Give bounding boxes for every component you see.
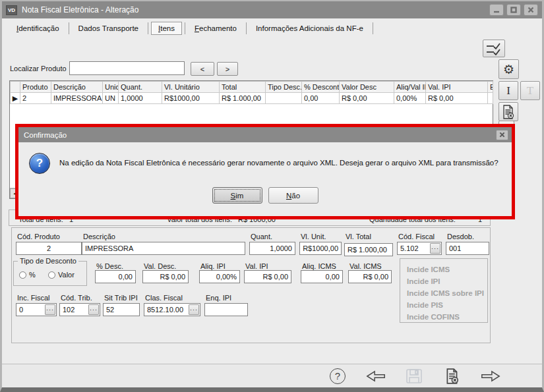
yes-button[interactable]: Sim	[212, 187, 262, 204]
tab-fechamento[interactable]: Fechamento	[188, 22, 243, 34]
cell-unid[interactable]: UN	[103, 93, 119, 104]
title-bar[interactable]: VD Nota Fiscal Eletrônica - Alteração	[2, 1, 542, 18]
prev-product-button[interactable]: <	[191, 62, 214, 76]
desdob-field[interactable]: 001	[446, 242, 489, 255]
inc-fiscal-lookup-icon[interactable]: ···	[45, 304, 55, 315]
clas-fiscal-label: Clas. Fiscal	[145, 294, 183, 302]
radio-valor-icon[interactable]	[48, 271, 55, 279]
window-title: Nota Fiscal Eletrônica - Alteração	[22, 5, 138, 14]
cancel-document-button[interactable]	[442, 367, 463, 385]
cell-descricao[interactable]: IMPRESSORA	[51, 93, 103, 104]
no-button[interactable]: Não	[268, 187, 318, 204]
aliq-icms-label: Aliq. ICMS	[302, 262, 336, 270]
dialog-close-button[interactable]	[496, 130, 508, 140]
sit-trib-ipi-field[interactable]: 52	[103, 303, 140, 316]
bottom-toolbar: ?	[2, 364, 542, 387]
remove-document-button[interactable]	[499, 102, 518, 121]
row-marker-icon: ▶	[11, 93, 20, 104]
tab-informacoes-adicionais[interactable]: Informações Adicionais da NF-e	[249, 22, 370, 34]
grid-row-impressora[interactable]: ▶ 2 IMPRESSORA UN 1,0000 R$1000,00 R$ 1.…	[11, 93, 493, 104]
dialog-message: Na edição da Nota Fiscal Eletrônica é ne…	[59, 159, 505, 167]
enq-ipi-field[interactable]	[204, 303, 248, 316]
cell-extra[interactable]	[488, 93, 493, 104]
apply-check-icon	[485, 42, 502, 55]
val-desc-field[interactable]: R$ 0,00	[142, 270, 189, 283]
vl-unit-label: Vl. Unit.	[301, 233, 326, 240]
val-icms-label: Val. ICMS	[349, 262, 382, 270]
cell-total[interactable]: R$ 1.000,00	[220, 93, 266, 104]
quant-field[interactable]: 1,0000	[249, 242, 295, 255]
aliq-icms-field[interactable]: 0,00	[301, 270, 343, 283]
search-input[interactable]	[69, 61, 185, 75]
clas-fiscal-lookup-icon[interactable]: ···	[189, 304, 199, 315]
tab-dados-transporte[interactable]: Dados Transporte	[72, 22, 145, 34]
aliq-ipi-field[interactable]: 0,00%	[199, 270, 240, 283]
sit-trib-ipi-label: Sit Trib IPI	[104, 294, 138, 302]
grid-header: Tipo Desc.	[266, 82, 302, 93]
cod-fiscal-label: Cód. Fiscal	[398, 233, 435, 240]
grid-header: % Desconto	[302, 82, 340, 93]
italic-info-button[interactable]: I	[499, 81, 518, 100]
grid-header: Vl. Unitário	[162, 82, 220, 93]
save-diskette-icon	[406, 368, 423, 384]
cod-produto-field[interactable]: 2	[16, 242, 82, 255]
vl-total-label: Vl. Total	[346, 233, 371, 240]
cell-quant[interactable]: 1,0000	[119, 93, 162, 104]
cod-trib-lookup-icon[interactable]: ···	[88, 304, 99, 315]
previous-record-button[interactable]	[365, 367, 386, 385]
gear-icon: ⚙	[503, 63, 514, 76]
tab-identificacao[interactable]: Identificação	[10, 22, 66, 34]
help-button[interactable]: ?	[327, 367, 348, 385]
val-ipi-field[interactable]: R$ 0,00	[244, 270, 291, 283]
radio-percent-icon[interactable]	[19, 271, 26, 279]
grid-header: Descrição	[51, 82, 103, 93]
cell-vl-unitario[interactable]: R$1000,00	[162, 93, 220, 104]
radio-percent[interactable]: %	[19, 271, 36, 279]
radio-valor[interactable]: Valor	[48, 271, 75, 279]
app-logo-icon: VD	[6, 5, 17, 15]
vl-total-field: R$ 1.000,00	[344, 243, 393, 256]
close-icon	[528, 7, 534, 13]
settings-button[interactable]: ⚙	[499, 59, 519, 79]
maximize-icon	[510, 7, 517, 13]
cell-val-ipi[interactable]: R$ 0,00	[426, 93, 488, 104]
tab-itens[interactable]: Itens	[151, 22, 182, 35]
help-icon: ?	[330, 368, 346, 384]
val-icms-field[interactable]: R$ 0,00	[348, 270, 392, 283]
text-button-disabled[interactable]: T	[520, 81, 540, 100]
save-button[interactable]	[404, 367, 425, 385]
tab-bar: Identificação Dados Transporte Itens Fec…	[4, 20, 540, 37]
item-detail-panel: Cód. Produto 2 Descrição IMPRESSORA Quan…	[11, 227, 491, 343]
descricao-label: Descrição	[83, 233, 115, 240]
cod-fiscal-field[interactable]: 5.102 ···	[397, 242, 442, 255]
close-icon	[499, 132, 505, 138]
inc-fiscal-label: Inc. Fiscal	[17, 294, 50, 302]
dialog-title-bar[interactable]: Confirmação	[18, 127, 512, 142]
confirm-items-button[interactable]	[483, 40, 505, 57]
cell-tipo-desc[interactable]	[266, 93, 302, 104]
grid-header: Aliq/Val IP	[394, 82, 426, 93]
quant-label: Quant.	[251, 233, 272, 240]
cod-fiscal-lookup-icon[interactable]: ···	[430, 243, 440, 254]
next-record-button[interactable]	[480, 367, 501, 385]
vl-unit-field[interactable]: R$1000,00	[299, 242, 342, 255]
incide-pis: Incide PIS	[407, 299, 487, 311]
tipo-desconto-legend: Tipo de Desconto	[18, 257, 78, 265]
perc-desc-field[interactable]: 0,00	[95, 270, 136, 283]
incide-cofins: Incide COFINS	[407, 311, 487, 323]
cod-trib-field[interactable]: 102 ···	[59, 303, 100, 316]
clas-fiscal-field[interactable]: 8512.10.00 ···	[144, 303, 200, 316]
grid-header: Total	[220, 82, 266, 93]
cell-perc-desconto[interactable]: 0,00	[302, 93, 340, 104]
inc-fiscal-field[interactable]: 0 ···	[16, 303, 57, 316]
next-product-button[interactable]: >	[217, 62, 238, 76]
cell-produto[interactable]: 2	[20, 93, 51, 104]
minimize-button[interactable]	[489, 4, 504, 16]
cell-aliq-val-ip[interactable]: 0,00%	[394, 93, 426, 104]
close-button[interactable]	[524, 4, 538, 16]
desdob-label: Desdob.	[447, 233, 474, 240]
grid-header: Val. IPI	[426, 82, 488, 93]
maximize-button[interactable]	[506, 4, 521, 16]
descricao-field[interactable]: IMPRESSORA	[82, 242, 245, 255]
cell-valor-desc[interactable]: R$ 0,00	[340, 93, 394, 104]
